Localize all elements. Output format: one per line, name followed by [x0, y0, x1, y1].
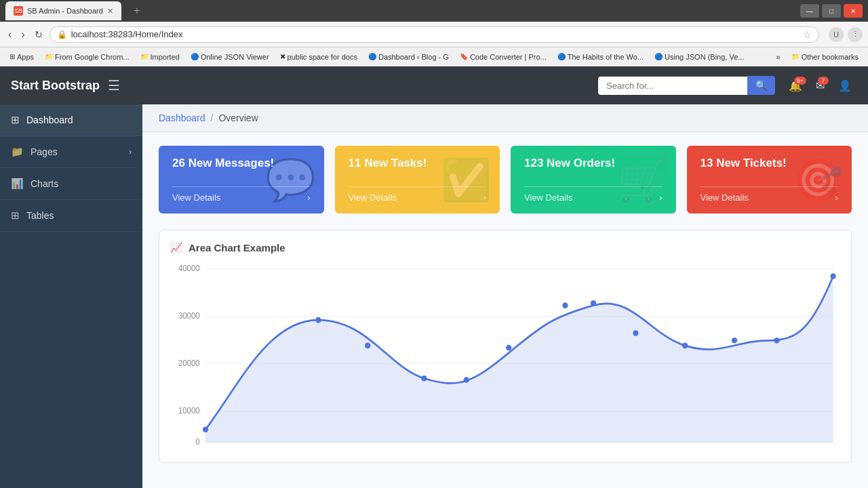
json-icon: 🔵 — [191, 53, 199, 60]
browser-titlebar: SB SB Admin - Dashboard ✕ + — □ ✕ — [0, 0, 868, 22]
data-point-11 — [774, 338, 779, 344]
sidebar-item-tables[interactable]: ⊞ Tables — [0, 200, 142, 232]
chart-container: 40000 30000 20000 10000 0 — [170, 262, 840, 451]
bookmark-imported[interactable]: 📁 Imported — [136, 52, 184, 62]
back-button[interactable]: ‹ — [5, 27, 14, 42]
bookmark-using-json[interactable]: 🔵 Using JSON (Bing, Ve... — [650, 52, 748, 62]
bookmark-public-space[interactable]: ✖ public space for docs — [276, 52, 361, 62]
tasks-view-details: View Details — [349, 192, 397, 203]
data-point-3 — [421, 375, 427, 382]
stat-card-tasks[interactable]: 11 New Tasks! ✅ View Details › — [335, 146, 500, 214]
pages-icon: 📁 — [11, 146, 24, 158]
tickets-view-details: View Details — [701, 192, 749, 203]
stat-card-messages[interactable]: 26 New Messages! 💬 View Details › — [159, 146, 324, 214]
data-point-8 — [633, 330, 638, 336]
bookmark-star-icon[interactable]: ☆ — [803, 29, 812, 40]
chart-section: 📈 Area Chart Example 40000 — [159, 230, 852, 463]
close-tab-icon[interactable]: ✕ — [107, 7, 113, 16]
svg-text:30000: 30000 — [178, 311, 200, 320]
area-chart-svg: 40000 30000 20000 10000 0 — [170, 262, 840, 451]
chart-title-icon: 📈 — [170, 241, 183, 253]
bookmark-other[interactable]: 📁 Other bookmarks — [787, 52, 863, 62]
maximize-button[interactable]: □ — [822, 4, 841, 18]
stat-card-tickets[interactable]: 13 New Tickets! 🎯 View Details › — [687, 146, 852, 214]
user-button[interactable]: 👤 — [833, 77, 857, 95]
messages-bg-icon: 💬 — [265, 156, 316, 204]
code-icon: 🔖 — [460, 53, 468, 60]
address-bar-wrap[interactable]: 🔒 localhost:38283/Home/Index ☆ — [50, 26, 819, 43]
notifications-button[interactable]: 🔔 9+ — [783, 77, 808, 95]
data-point-7 — [591, 300, 596, 306]
bookmark-apps[interactable]: ⊞ Apps — [5, 52, 38, 62]
favicon: SB — [14, 6, 23, 16]
data-point-1 — [315, 317, 321, 323]
bookmarks-more-button[interactable]: » — [772, 52, 785, 62]
bookmark-json2-label: Using JSON (Bing, Ve... — [665, 53, 744, 61]
bookmark-json-label: Online JSON Viewer — [201, 53, 269, 61]
bookmark-habits-label: The Habits of the Wo... — [568, 53, 644, 61]
tables-icon: ⊞ — [11, 209, 20, 222]
orders-bg-icon: 🛒 — [617, 156, 668, 204]
new-tab-button[interactable]: + — [127, 1, 147, 20]
bookmark-json-viewer[interactable]: 🔵 Online JSON Viewer — [186, 52, 273, 62]
url-display: localhost:38283/Home/Index — [71, 29, 799, 39]
main-layout: ⊞ Dashboard 📁 Pages › 📊 Charts ⊞ Tables — [0, 104, 868, 488]
tasks-bg-icon: ✅ — [441, 156, 492, 204]
sidebar-item-pages[interactable]: 📁 Pages › — [0, 136, 142, 168]
chart-title-text: Area Chart Example — [189, 242, 285, 253]
messages-button[interactable]: ✉ 7 — [810, 77, 830, 95]
bookmark-habits[interactable]: 🔵 The Habits of the Wo... — [553, 52, 648, 62]
minimize-button[interactable]: — — [800, 4, 819, 18]
chevron-right-icon: › — [129, 147, 132, 157]
breadcrumb: Dashboard / Overview — [142, 104, 868, 132]
browser-tab[interactable]: SB SB Admin - Dashboard ✕ — [5, 1, 121, 20]
data-point-4 — [464, 377, 469, 383]
messages-badge: 7 — [818, 77, 829, 85]
bookmark-apps-label: Apps — [17, 53, 34, 61]
navbar-icons: 🔔 9+ ✉ 7 👤 — [783, 77, 857, 95]
sidebar-item-dashboard[interactable]: ⊞ Dashboard — [0, 104, 142, 136]
x-icon: ✖ — [280, 53, 285, 60]
ublock-icon[interactable]: U — [829, 27, 844, 42]
sidebar-dashboard-label: Dashboard — [26, 115, 73, 125]
sidebar-charts-label: Charts — [31, 178, 58, 189]
sidebar-tables-label: Tables — [26, 210, 54, 221]
breadcrumb-dashboard-link[interactable]: Dashboard — [159, 113, 205, 123]
bookmark-public-label: public space for docs — [288, 53, 357, 61]
navbar-search: 🔍 — [598, 76, 775, 95]
data-point-10 — [732, 338, 737, 344]
bookmark-code-label: Code Converter | Pro... — [470, 53, 547, 61]
ext-icon-2[interactable]: ⋮ — [848, 27, 863, 42]
lock-icon: 🔒 — [57, 30, 67, 39]
sidebar-pages-label: Pages — [31, 146, 58, 157]
sidebar: ⊞ Dashboard 📁 Pages › 📊 Charts ⊞ Tables — [0, 104, 142, 488]
search-button[interactable]: 🔍 — [747, 76, 775, 95]
reload-button[interactable]: ↻ — [32, 28, 45, 41]
stats-cards-row: 26 New Messages! 💬 View Details › 11 New… — [142, 132, 868, 222]
top-navbar: Start Bootstrap ☰ 🔍 🔔 9+ ✉ 7 👤 — [0, 66, 868, 104]
data-point-6 — [562, 302, 568, 308]
apps-icon: ⊞ — [9, 53, 15, 60]
bookmark-from-chrome[interactable]: 📁 From Google Chrom... — [41, 52, 133, 62]
blog-icon: 🔵 — [368, 53, 376, 60]
habits-icon: 🔵 — [557, 53, 566, 60]
folder-icon-2: 📁 — [140, 53, 149, 60]
brand-name: Start Bootstrap — [11, 79, 100, 93]
breadcrumb-separator: / — [211, 113, 214, 123]
search-input[interactable] — [598, 77, 747, 95]
sidebar-item-charts[interactable]: 📊 Charts — [0, 168, 142, 200]
other-icon: 📁 — [791, 53, 800, 60]
stat-card-orders[interactable]: 123 New Orders! 🛒 View Details › — [511, 146, 676, 214]
close-window-button[interactable]: ✕ — [844, 4, 863, 18]
folder-icon: 📁 — [45, 53, 53, 60]
forward-button[interactable]: › — [18, 27, 27, 42]
bookmark-other-label: Other bookmarks — [802, 53, 859, 61]
data-point-2 — [365, 343, 370, 349]
charts-icon: 📊 — [11, 178, 24, 190]
bookmark-imported-label: Imported — [151, 53, 180, 61]
bookmark-code-converter[interactable]: 🔖 Code Converter | Pro... — [456, 52, 551, 62]
window-controls: — □ ✕ — [800, 4, 863, 18]
bookmark-dashboard-blog[interactable]: 🔵 Dashboard ‹ Blog - G — [364, 52, 453, 62]
notifications-badge: 9+ — [794, 77, 806, 85]
hamburger-button[interactable]: ☰ — [108, 77, 120, 94]
